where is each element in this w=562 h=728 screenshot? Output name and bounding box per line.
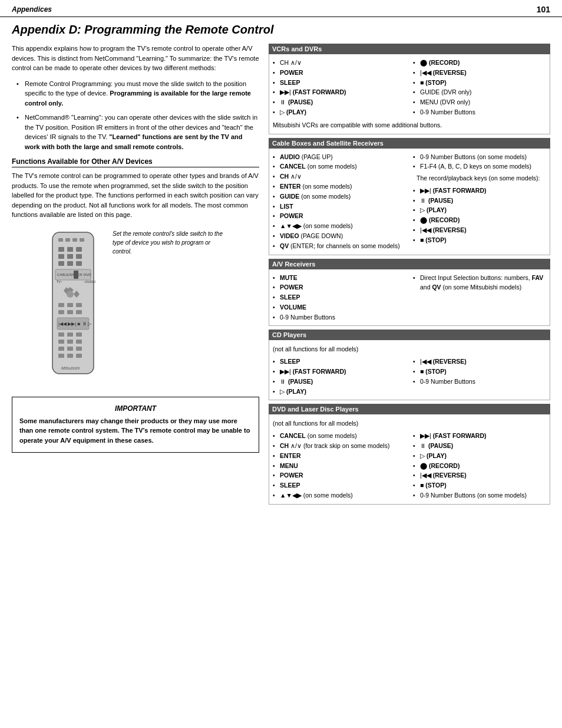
av-left-col: MUTE POWER SLEEP VOLUME 0-9 Number Butto… [269, 272, 409, 324]
svg-rect-18 [74, 271, 78, 279]
svg-text:|◀◀  ▶▶|  ■  ⏸  ▷: |◀◀ ▶▶| ■ ⏸ ▷ [58, 321, 92, 327]
cable-boxes-cols: AUDIO (PAGE UP) CANCEL (on some models) … [269, 151, 550, 252]
list-item: CANCEL (on some models) [273, 162, 406, 172]
dvd-cols: CANCEL (on some models) CH ∧/∨ (for trac… [269, 430, 550, 502]
list-item: QV (ENTER; for channels on some models) [273, 241, 406, 251]
functions-text: The TV's remote control can be programme… [12, 171, 259, 220]
functions-heading: Functions Available for Other A/V Device… [12, 157, 259, 167]
av-right-list: Direct Input Selection buttons: numbers,… [413, 273, 546, 293]
svg-rect-5 [58, 247, 64, 252]
svg-rect-44 [67, 354, 73, 358]
dvd-laser-body: (not all functions for all models) CANCE… [269, 414, 550, 504]
list-item: ■ (STOP) [413, 235, 546, 245]
svg-rect-0 [52, 232, 94, 374]
dvd-right-list: ▶▶| (FAST FORWARD) ⏸ (PAUSE) ▷ (PLAY) ⬤ … [413, 431, 546, 500]
svg-rect-29 [58, 310, 64, 314]
list-item: 0-9 Number Buttons [413, 107, 546, 117]
list-item: ENTER [273, 451, 406, 461]
dvd-right-col: ▶▶| (FAST FORWARD) ⏸ (PAUSE) ▷ (PLAY) ⬤ … [409, 430, 550, 502]
list-item: SLEEP [273, 292, 406, 302]
dvd-left-col: CANCEL (on some models) CH ∧/∨ (for trac… [269, 430, 409, 502]
remote-image-area: CABLE/SAT VCR DVD TV↑ ↑AUDIO [12, 229, 259, 387]
dvd-left-list: CANCEL (on some models) CH ∧/∨ (for trac… [273, 431, 406, 500]
av-receivers-cols: MUTE POWER SLEEP VOLUME 0-9 Number Butto… [269, 272, 550, 324]
list-item: ▲▼◀▶ (on some models) [273, 221, 406, 231]
list-item: ■ (STOP) [413, 78, 546, 88]
right-column: VCRs and DVRs CH ∧/∨ POWER SLEEP ▶▶| (FA… [269, 44, 550, 508]
list-item: ▶▶| (FAST FORWARD) [273, 87, 406, 97]
list-item: ⏸ (PAUSE) [413, 196, 546, 206]
list-item: ■ (STOP) [413, 480, 546, 490]
page-number: 101 [537, 5, 550, 14]
list-item: CH ∧/∨ (for track skip on some models) [273, 441, 406, 451]
svg-rect-38 [67, 340, 73, 344]
record-list: ▶▶| (FAST FORWARD) ⏸ (PAUSE) ▷ (PLAY) ⬤ … [413, 186, 546, 245]
list-item: SLEEP [273, 357, 406, 367]
page-header: Appendices 101 [0, 0, 562, 17]
list-item: AUDIO (PAGE UP) [273, 152, 406, 162]
list-item: VIDEO (PAGE DOWN) [273, 231, 406, 241]
svg-rect-28 [76, 303, 82, 307]
cable-boxes-body: AUDIO (PAGE UP) CANCEL (on some models) … [269, 149, 550, 255]
list-item: POWER [273, 211, 406, 221]
svg-rect-27 [67, 303, 73, 307]
list-item: ⬤ (RECORD) [413, 461, 546, 471]
cd-right-list: |◀◀ (REVERSE) ■ (STOP) 0-9 Number Button… [413, 357, 546, 386]
list-item: MENU (DVR only) [413, 97, 546, 107]
list-item: ▶▶| (FAST FORWARD) [273, 367, 406, 377]
svg-rect-31 [76, 310, 82, 314]
av-right-col: Direct Input Selection buttons: numbers,… [409, 272, 550, 324]
list-item: ▲▼◀▶ (on some models) [273, 490, 406, 500]
vcrs-left-list: CH ∧/∨ POWER SLEEP ▶▶| (FAST FORWARD) ⏸ … [273, 58, 406, 117]
list-item: CH ∧/∨ [273, 172, 406, 182]
page-title: Appendix D: Programming the Remote Contr… [0, 23, 562, 37]
intro-bullet-1: Remote Control Programming: you must mov… [16, 79, 259, 108]
list-item: GUIDE (on some models) [273, 192, 406, 202]
intro-bullet-2: NetCommand® "Learning": you can operate … [16, 113, 259, 151]
svg-point-25 [67, 291, 74, 298]
list-item: ▷ (PLAY) [273, 387, 406, 397]
svg-rect-6 [67, 247, 73, 252]
list-item: ⬤ (RECORD) [413, 215, 546, 225]
list-item: CANCEL (on some models) [273, 431, 406, 441]
list-item: MUTE [273, 273, 406, 283]
svg-rect-35 [67, 332, 73, 337]
svg-rect-4 [80, 238, 84, 242]
svg-rect-9 [67, 254, 73, 259]
list-item: CH ∧/∨ [273, 58, 406, 68]
svg-text:Mitsubishi: Mitsubishi [61, 366, 80, 370]
important-text: Some manufacturers may change their prod… [19, 416, 252, 446]
vcrs-left-col: CH ∧/∨ POWER SLEEP ▶▶| (FAST FORWARD) ⏸ … [269, 57, 409, 118]
list-item: ▷ (PLAY) [413, 451, 546, 461]
svg-rect-40 [58, 347, 64, 351]
cd-players-body: (not all functions for all models) SLEEP… [269, 340, 550, 400]
svg-rect-37 [58, 340, 64, 344]
list-item: F1-F4 (A, B, C, D keys on some models) [413, 162, 546, 172]
list-item: ⬤ (RECORD) [413, 58, 546, 68]
list-item: ⏸ (PAUSE) [273, 377, 406, 387]
left-column: This appendix explains how to program th… [12, 44, 259, 508]
cable-right-col: 0-9 Number Buttons (on some models) F1-F… [409, 151, 550, 252]
cd-players-section: CD Players (not all functions for all mo… [269, 330, 550, 400]
cd-players-header: CD Players [269, 330, 550, 340]
list-item: 0-9 Number Buttons [413, 377, 546, 387]
list-item: SLEEP [273, 480, 406, 490]
vcrs-dvrs-header: VCRs and DVRs [269, 44, 550, 54]
dvd-laser-header: DVD and Laser Disc Players [269, 404, 550, 414]
cd-left-col: SLEEP ▶▶| (FAST FORWARD) ⏸ (PAUSE) ▷ (PL… [269, 355, 409, 397]
dvd-laser-section: DVD and Laser Disc Players (not all func… [269, 404, 550, 504]
vcrs-dvrs-section: VCRs and DVRs CH ∧/∨ POWER SLEEP ▶▶| (FA… [269, 44, 550, 134]
list-item: POWER [273, 282, 406, 292]
svg-text:DVD: DVD [84, 273, 91, 276]
svg-text:CABLE/SAT: CABLE/SAT [57, 273, 77, 276]
list-item: MENU [273, 461, 406, 471]
list-item: LIST [273, 202, 406, 212]
svg-rect-34 [58, 332, 64, 337]
vcrs-dvrs-body: CH ∧/∨ POWER SLEEP ▶▶| (FAST FORWARD) ⏸ … [269, 54, 550, 134]
svg-rect-11 [58, 261, 64, 266]
list-item: 0-9 Number Buttons [273, 312, 406, 322]
remote-figure: CABLE/SAT VCR DVD TV↑ ↑AUDIO [41, 229, 230, 383]
main-content: This appendix explains how to program th… [0, 44, 562, 520]
list-item: ENTER (on some models) [273, 182, 406, 192]
list-item: SLEEP [273, 78, 406, 88]
